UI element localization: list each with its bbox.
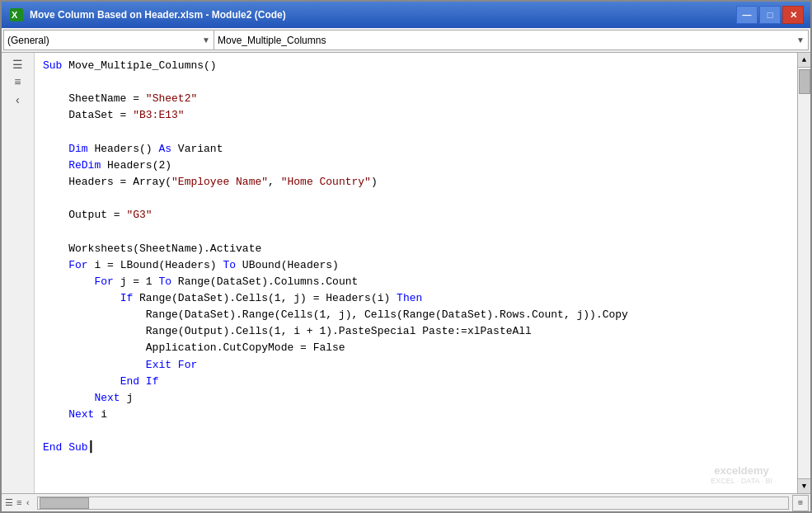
bottom-bar: ☰ ≡ ‹ ⊞ <box>2 493 810 511</box>
window-title: Move Column Based on Header.xlsm - Modul… <box>30 9 286 21</box>
procedure-dropdown-value: Move_Multiple_Columns <box>218 35 326 46</box>
main-window: X Move Column Based on Header.xlsm - Mod… <box>0 0 812 513</box>
margin-icon-3: ‹ <box>10 92 26 109</box>
margin-icon-2: ≡ <box>10 74 26 91</box>
title-buttons: — □ ✕ <box>736 6 804 24</box>
watermark-sub: EXCEL · DATA · BI <box>711 477 772 485</box>
main-content: ☰ ≡ ‹ Sub Move_Multiple_Columns() SheetN… <box>2 53 810 493</box>
close-button[interactable]: ✕ <box>782 6 804 24</box>
code-editor[interactable]: Sub Move_Multiple_Columns() SheetName = … <box>35 53 797 493</box>
vertical-scrollbar[interactable]: ▲ ▼ <box>797 53 810 493</box>
app-icon: X <box>8 7 25 23</box>
general-dropdown-value: (General) <box>7 35 49 46</box>
maximize-button[interactable]: □ <box>759 6 781 24</box>
title-bar-left: X Move Column Based on Header.xlsm - Mod… <box>8 7 286 23</box>
svg-text:X: X <box>12 10 18 20</box>
general-dropdown[interactable]: (General) ▼ <box>3 30 214 50</box>
scroll-up-button[interactable]: ▲ <box>798 53 811 68</box>
bottom-icon-3[interactable]: ‹ <box>26 498 31 508</box>
h-scroll-thumb[interactable] <box>40 497 89 509</box>
procedure-dropdown[interactable]: Move_Multiple_Columns ▼ <box>214 30 809 50</box>
watermark-logo: exceldemy <box>711 464 772 477</box>
scroll-down-button[interactable]: ▼ <box>798 478 811 493</box>
scroll-thumb[interactable] <box>799 69 810 94</box>
margin-icon-1: ☰ <box>10 56 26 73</box>
bottom-icon-2[interactable]: ≡ <box>16 498 22 508</box>
general-dropdown-arrow: ▼ <box>202 35 210 45</box>
watermark: exceldemy EXCEL · DATA · BI <box>711 464 772 485</box>
toolbar: (General) ▼ Move_Multiple_Columns ▼ <box>2 28 810 53</box>
bottom-icon-1[interactable]: ☰ <box>5 497 13 508</box>
resize-handle[interactable]: ⊞ <box>792 495 809 511</box>
title-bar: X Move Column Based on Header.xlsm - Mod… <box>2 2 810 28</box>
code-content: Sub Move_Multiple_Columns() SheetName = … <box>43 58 789 456</box>
horizontal-scrollbar[interactable] <box>37 497 789 510</box>
left-margin: ☰ ≡ ‹ <box>2 53 35 493</box>
minimize-button[interactable]: — <box>736 6 758 24</box>
procedure-dropdown-arrow: ▼ <box>796 35 805 45</box>
bottom-left-icons: ☰ ≡ ‹ <box>2 497 34 508</box>
